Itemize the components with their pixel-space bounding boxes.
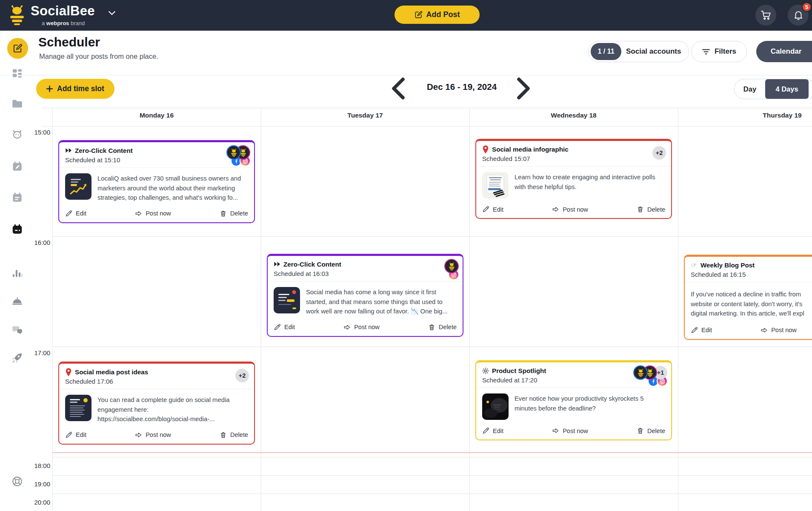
filters-button[interactable]: Filters [691, 41, 747, 62]
post-now-button[interactable]: Post now [135, 431, 171, 439]
sidebar-item-ai-assistant[interactable] [10, 127, 24, 141]
hand-icon: ☞ [691, 262, 698, 269]
scheduled-post-card[interactable]: Social media infographic Scheduled 15:07… [475, 139, 672, 219]
card-actions: Edit Post now Delete [59, 427, 254, 444]
edit-button[interactable]: Edit [691, 327, 712, 334]
post-now-button[interactable]: Post now [552, 427, 588, 434]
card-header: Zero-Click Content Scheduled at 15:10 [59, 142, 254, 168]
sidebar-item-growth[interactable] [10, 350, 24, 365]
filter-icon [702, 49, 710, 55]
scheduled-post-card[interactable]: ☞ Weekly Blog Post Scheduled at 16:15 If… [684, 255, 812, 340]
scheduler-page: SocialBee a webpros brand Add Post 5 Sch… [0, 0, 812, 511]
card-header: Product Spotlight Scheduled at 17:20 +1 [476, 362, 671, 388]
chevron-down-icon[interactable] [108, 9, 116, 17]
post-text-line: Learn how to create engaging and interac… [515, 172, 665, 182]
view-option-4days[interactable]: 4 Days [765, 79, 809, 99]
account-cluster: +1 [633, 365, 667, 387]
plus-icon [46, 86, 53, 92]
edit-button[interactable]: Edit [65, 431, 86, 439]
view-option-day[interactable]: Day [735, 79, 765, 99]
post-title: Zero-Click Content [283, 261, 341, 268]
day-header: Tuesday 17 [261, 112, 469, 119]
edit-button[interactable]: Edit [274, 324, 295, 331]
sidebar-item-content[interactable] [10, 96, 24, 111]
post-now-button[interactable]: Post now [343, 324, 380, 331]
edit-button[interactable]: Edit [482, 206, 503, 213]
post-title: Product Spotlight [492, 367, 546, 374]
add-post-button[interactable]: Add Post [395, 6, 480, 24]
notification-count-badge: 5 [802, 2, 812, 12]
scheduled-time: Scheduled 15:07 [482, 155, 665, 162]
trash-icon [220, 210, 227, 217]
brand-name[interactable]: SocialBee [31, 3, 95, 19]
post-text-line: https://socialbee.com/blog/social-media-… [97, 414, 248, 424]
day-header: Monday 16 [52, 112, 261, 119]
card-actions: Edit Post now Delete [476, 201, 671, 218]
time-label: 18:00 [17, 462, 50, 469]
prev-date-button[interactable] [391, 81, 406, 96]
arrow-right-icon [552, 427, 559, 434]
social-accounts-filter[interactable]: 1 / 11 Social accounts [588, 41, 689, 62]
grid-line [41, 126, 812, 126]
sidebar-item-engage[interactable] [10, 322, 24, 336]
trash-icon [637, 206, 644, 213]
more-accounts-badge: +2 [235, 369, 249, 382]
top-navbar: SocialBee a webpros brand Add Post 5 [0, 0, 812, 31]
post-thumbnail [65, 395, 91, 421]
sidebar-item-dashboard[interactable] [10, 66, 24, 80]
scheduled-time: Scheduled at 16:03 [274, 270, 457, 277]
edit-button[interactable]: Edit [482, 427, 503, 434]
post-text-line: digital marketing. In this article, we'l… [691, 309, 812, 319]
sidebar-item-scheduler[interactable] [10, 222, 24, 236]
calendar-view-button[interactable]: Calendar [756, 41, 812, 62]
card-header: ☞ Weekly Blog Post Scheduled at 16:15 [685, 257, 812, 282]
day-header: Thursday 19 [678, 112, 812, 119]
pencil-icon [65, 210, 72, 217]
accounts-count-badge: 1 / 11 [591, 43, 621, 60]
scheduled-time: Scheduled at 16:15 [691, 271, 812, 278]
scheduled-post-card[interactable]: Product Spotlight Scheduled at 17:20 +1 … [475, 360, 672, 440]
post-now-button[interactable]: Post now [552, 206, 588, 213]
scheduled-time: Scheduled at 15:10 [65, 156, 248, 164]
card-body: Ever notice how your productivity skyroc… [476, 388, 671, 422]
sidebar-item-help[interactable] [10, 474, 24, 488]
post-text-line: Ever notice how your productivity skyroc… [515, 394, 665, 404]
day-header: Wednesday 18 [469, 112, 678, 119]
card-actions: Edit Post now Delete [476, 422, 671, 439]
scheduled-post-card[interactable]: Zero-Click Content Scheduled at 16:03 So… [267, 254, 463, 337]
card-actions: Edit Post now Delete [59, 205, 254, 222]
post-title: Weekly Blog Post [700, 261, 755, 269]
delete-button[interactable]: Delete [637, 206, 665, 213]
add-time-slot-button[interactable]: Add time slot [36, 79, 114, 99]
post-thumbnail [65, 173, 91, 200]
post-now-button[interactable]: Post now [761, 327, 797, 334]
post-text-line: LocaliQ asked over 730 small business ow… [97, 174, 248, 184]
card-body: You can read a complete guide on social … [59, 389, 254, 427]
scheduled-post-card[interactable]: Social media post ideas Scheduled 17:06 … [58, 362, 255, 445]
post-text-line: with these helpful tips. [515, 182, 665, 192]
post-now-button[interactable]: Post now [135, 210, 171, 217]
delete-button[interactable]: Delete [428, 324, 457, 331]
sidebar-item-drafts-calendar[interactable] [10, 159, 24, 173]
delete-button[interactable]: Delete [220, 431, 248, 439]
sidebar-item-concierge[interactable] [10, 294, 24, 308]
next-date-button[interactable] [516, 81, 531, 96]
page-title: Scheduler [38, 35, 100, 49]
grid-row-line [52, 236, 812, 237]
scheduled-post-card[interactable]: Zero-Click Content Scheduled at 15:10 Lo… [58, 140, 255, 223]
edit-button[interactable]: Edit [65, 210, 86, 217]
bell-icon [793, 10, 804, 21]
time-label: 20:00 [17, 499, 50, 506]
sidebar-item-compose[interactable] [7, 38, 28, 59]
sidebar-item-analytics[interactable] [10, 265, 24, 280]
delete-button[interactable]: Delete [220, 210, 248, 217]
bee-profile-avatar [633, 365, 648, 380]
post-thumbnail [482, 393, 509, 420]
pin-icon [65, 369, 72, 376]
card-header: Social media infographic Scheduled 15:07… [476, 141, 671, 167]
delete-button[interactable]: Delete [637, 427, 665, 434]
sidebar-item-planner[interactable] [10, 190, 24, 204]
post-text-line: website or content lately, don't worry, … [691, 299, 812, 309]
cart-button[interactable] [755, 5, 776, 26]
post-text-line: minutes before the deadline? [515, 404, 665, 413]
